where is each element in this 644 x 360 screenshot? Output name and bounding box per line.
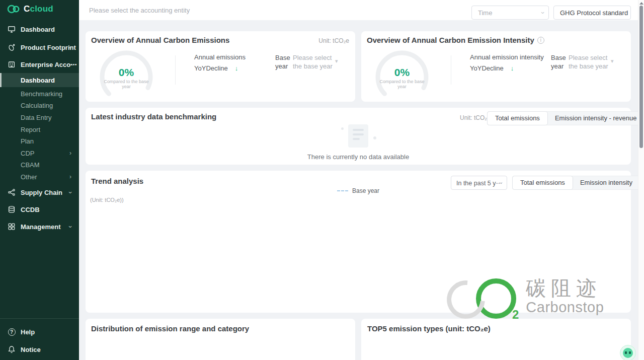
sidebar-item-dashboard[interactable]: Dashboard bbox=[0, 23, 79, 35]
chevron-down-icon: › bbox=[621, 12, 628, 14]
benchmark-tabs: Total emissions Emission intensity - rev… bbox=[487, 111, 644, 125]
sidebar-subitem-cbam[interactable]: CBAM bbox=[0, 159, 79, 171]
scroll-up-arrow-icon[interactable] bbox=[639, 2, 643, 5]
sidebar-subitem-benchmarking[interactable]: Benchmarking bbox=[0, 88, 79, 100]
building-icon bbox=[8, 60, 16, 68]
sidebar-item-product-footprint[interactable]: Product Footprint › bbox=[0, 41, 79, 53]
chevron-up-icon: › bbox=[67, 63, 73, 65]
empty-text: There is currently no data available bbox=[86, 153, 631, 161]
chevron-right-icon: › bbox=[69, 150, 71, 157]
card-title: TOP5 emission types (unit: tCO₂e) bbox=[367, 324, 491, 333]
chevron-down-icon: › bbox=[67, 191, 73, 193]
sidebar-item-supply-chain[interactable]: Supply Chain › bbox=[0, 186, 79, 198]
arrow-down-icon: ↓ bbox=[511, 64, 514, 72]
sidebar-subitem-plan[interactable]: Plan bbox=[0, 135, 79, 147]
sidebar-item-help[interactable]: ? Help bbox=[0, 326, 79, 338]
chevron-down-icon: › bbox=[67, 226, 73, 228]
chevron-down-icon: › bbox=[539, 12, 546, 14]
no-data-icon bbox=[348, 124, 368, 148]
help-icon: ? bbox=[8, 328, 16, 336]
sidebar-subitem-report[interactable]: Report bbox=[0, 123, 79, 135]
info-icon[interactable]: i bbox=[537, 37, 544, 44]
stat-block: Annual emissions YoYDecline ↓ bbox=[194, 53, 246, 72]
card-top5-emission-types: TOP5 emission types (unit: tCO₂e) bbox=[361, 319, 631, 360]
sidebar-subitem-data-entry[interactable]: Data Entry bbox=[0, 111, 79, 123]
watermark-english: Carbonstop bbox=[526, 300, 604, 315]
app-logo[interactable]: Ccloud bbox=[7, 4, 53, 15]
gauge-caption: Compared to the base year bbox=[100, 79, 153, 89]
unit-label: Unit: tCO₂e bbox=[460, 114, 491, 121]
card-annual-emissions: Overview of Annual Carbon Emissions Unit… bbox=[86, 31, 355, 102]
card-benchmarking: Latest industry data benchmarking Unit: … bbox=[86, 108, 631, 165]
card-title: Trend analysis bbox=[91, 177, 143, 185]
caret-down-icon[interactable]: ▾ bbox=[611, 58, 614, 64]
sidebar-subitem-dashboard[interactable]: Dashboard bbox=[0, 73, 79, 87]
card-title: Distribution of emission range and categ… bbox=[91, 324, 249, 333]
gauge-caption: Compared to the base year bbox=[375, 79, 429, 89]
empty-state: There is currently no data available bbox=[86, 124, 631, 161]
sidebar-item-enterprise-accounting[interactable]: Enterprise Acco⋯ › bbox=[0, 58, 79, 70]
chevron-right-icon: › bbox=[69, 173, 71, 180]
chart-legend: Base year bbox=[86, 187, 631, 194]
yoy-label: YoYDecline bbox=[194, 64, 228, 72]
card-title: Latest industry data benchmarking bbox=[91, 112, 216, 121]
gauge-label: 0% Compared to the base year bbox=[100, 66, 153, 89]
footprint-icon bbox=[8, 43, 16, 51]
scrollbar[interactable] bbox=[638, 0, 644, 360]
dashboard-icon bbox=[8, 25, 16, 33]
database-icon bbox=[8, 205, 16, 213]
carbonstop-watermark: 2 碳阻迹 Carbonstop bbox=[447, 276, 604, 322]
chevron-down-icon: › bbox=[498, 182, 504, 184]
topbar: Please select the accounting entity Time… bbox=[79, 0, 638, 20]
divider bbox=[175, 55, 176, 85]
card-title: Overview of Annual Carbon Emissions bbox=[91, 36, 229, 44]
unit-note: (Unit: tCO₂e)) bbox=[90, 197, 124, 203]
stat-label: Annual emissions bbox=[194, 53, 246, 61]
watermark-chinese: 碳阻迹 bbox=[526, 276, 604, 300]
stat-block: Annual emission intensity YoYDecline ↓ bbox=[470, 53, 544, 72]
app-title: Ccloud bbox=[24, 4, 53, 14]
sidebar-subitem-other[interactable]: Other › bbox=[0, 171, 79, 183]
sidebar-subitem-calculating[interactable]: Calculating bbox=[0, 99, 79, 111]
tab-emission-intensity-revenue[interactable]: Emission intensity - revenue bbox=[547, 112, 644, 125]
gauge-value: 0% bbox=[100, 66, 153, 79]
yoy-label: YoYDecline bbox=[470, 64, 504, 72]
accounting-entity-select[interactable]: Please select the accounting entity bbox=[89, 7, 190, 14]
arrow-down-icon: ↓ bbox=[235, 64, 238, 72]
time-select[interactable]: Time › bbox=[471, 6, 549, 20]
gauge-label: 0% Compared to the base year bbox=[375, 66, 429, 89]
card-emission-intensity: Overview of Annual Carbon Emission Inten… bbox=[361, 31, 631, 102]
robot-face-icon bbox=[623, 348, 633, 358]
unit-label: Unit: tCO₂e bbox=[318, 37, 349, 44]
sidebar-item-notice[interactable]: Notice bbox=[0, 343, 79, 355]
stat-label: Annual emission intensity bbox=[470, 53, 544, 61]
chevron-down-icon: › bbox=[67, 46, 73, 48]
scrollbar-thumb[interactable] bbox=[639, 6, 643, 148]
grid-icon bbox=[8, 223, 16, 231]
standard-select[interactable]: GHG Protocol standard › bbox=[553, 6, 631, 20]
caret-down-icon[interactable]: ▾ bbox=[335, 58, 338, 64]
base-year-dash-icon bbox=[337, 190, 348, 191]
base-year-select[interactable]: Please select the base year bbox=[569, 53, 615, 70]
supply-chain-icon bbox=[8, 188, 16, 196]
ccloud-logo-icon bbox=[7, 4, 21, 15]
sidebar-item-ccdb[interactable]: CCDB bbox=[0, 203, 79, 215]
sidebar-item-management[interactable]: Management › bbox=[0, 221, 79, 233]
sidebar-divider bbox=[0, 318, 79, 319]
card-distribution: Distribution of emission range and categ… bbox=[86, 319, 355, 360]
card-trend-analysis: Trend analysis In the past 5 y⋯ › Total … bbox=[86, 171, 631, 313]
assistant-button[interactable] bbox=[620, 345, 636, 360]
sidebar: Ccloud Dashboard Product Footprint › Ent… bbox=[0, 0, 79, 360]
base-year-select[interactable]: Please select the base year bbox=[293, 53, 339, 70]
sidebar-subitem-cdp[interactable]: CDP › bbox=[0, 147, 79, 159]
gauge-value: 0% bbox=[375, 66, 429, 79]
tab-total-emissions[interactable]: Total emissions bbox=[488, 112, 547, 125]
divider bbox=[451, 55, 451, 85]
card-title: Overview of Annual Carbon Emission Inten… bbox=[367, 36, 544, 44]
bell-icon bbox=[8, 345, 16, 353]
